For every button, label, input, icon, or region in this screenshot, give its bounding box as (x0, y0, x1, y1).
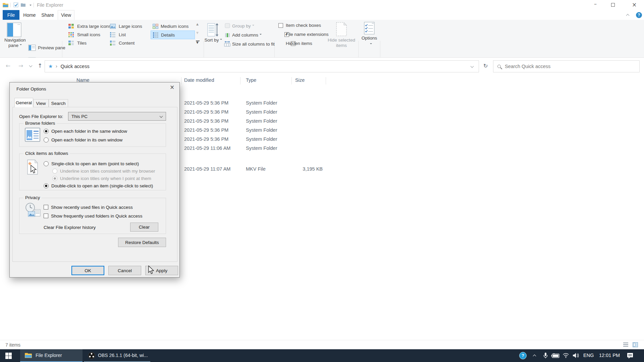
layout-list[interactable]: List (119, 32, 126, 37)
volume-icon[interactable] (573, 353, 579, 358)
column-divider[interactable] (291, 77, 292, 84)
qat-customize-chevron-icon[interactable] (30, 5, 32, 7)
start-button[interactable] (0, 349, 17, 362)
breadcrumb-location[interactable]: Quick access (60, 64, 89, 69)
radio-single-click-label[interactable]: Single-click to open an item (point to s… (51, 161, 139, 166)
dialog-tab-general[interactable]: General (14, 98, 33, 107)
minimize-button[interactable]: – (588, 1, 603, 9)
sort-by-label: Sort by (203, 38, 223, 43)
ribbon-tab-row: File Home Share View ? (0, 10, 644, 20)
language-indicator[interactable]: ENG (583, 353, 594, 358)
column-divider[interactable] (326, 77, 326, 84)
checkbox-recent-files-label[interactable]: Show recently used files in Quick access (51, 205, 133, 210)
open-to-combobox[interactable]: This PC (68, 112, 166, 121)
cancel-button[interactable]: Cancel (108, 266, 141, 275)
layout-large-icons[interactable]: Large icons (119, 24, 142, 29)
divider (34, 3, 34, 7)
radio-double-click[interactable] (44, 183, 49, 188)
checkbox-frequent-folders[interactable] (44, 214, 48, 218)
column-divider[interactable] (240, 77, 240, 84)
tray-help-icon[interactable]: ? (519, 352, 527, 359)
restore-defaults-button[interactable]: Restore Defaults (118, 238, 166, 247)
clock[interactable]: 12:01 PM (599, 353, 620, 358)
navigation-pane-icon (7, 22, 21, 37)
recent-locations-icon[interactable] (29, 64, 33, 67)
radio-own-window[interactable] (44, 137, 49, 142)
hidden-items-label[interactable]: Hidden items (286, 41, 312, 46)
layout-details-selected[interactable]: Details (151, 31, 195, 39)
checkbox-recent-files[interactable] (44, 205, 48, 209)
dialog-tab-view[interactable]: View (33, 99, 49, 107)
maximize-button[interactable] (611, 3, 615, 7)
preview-pane-button[interactable]: Preview pane (38, 45, 65, 50)
navigation-pane-button[interactable]: Navigation pane (2, 21, 28, 49)
checkbox-frequent-folders-label[interactable]: Show frequently used folders in Quick ac… (51, 214, 142, 219)
refresh-icon[interactable]: ↻ (483, 63, 488, 69)
window-title: File Explorer (37, 2, 63, 8)
layout-content[interactable]: Content (119, 41, 135, 46)
taskbar-button-obs[interactable]: OBS 26.1.1 (64-bit, wi... (84, 349, 150, 362)
cell-type: System Folder (246, 127, 277, 133)
collapse-ribbon-icon[interactable] (626, 14, 630, 17)
forward-icon[interactable]: → (18, 62, 23, 69)
thumbnail-view-toggle-icon[interactable] (633, 342, 638, 347)
add-columns-button[interactable]: Add columns (232, 33, 262, 38)
radio-own-window-label[interactable]: Open each folder in its own window (51, 137, 122, 142)
taskbar-button-file-explorer[interactable]: File Explorer (20, 349, 83, 362)
action-center-icon[interactable] (627, 352, 634, 359)
file-name-extensions-label[interactable]: File name extensions (286, 32, 329, 37)
layout-small-icons[interactable]: Small icons (77, 32, 100, 37)
layout-scroll-down-icon[interactable]: ▼ (196, 31, 199, 35)
radio-same-window[interactable] (44, 129, 49, 134)
ok-button[interactable]: OK (71, 266, 104, 275)
tab-home[interactable]: Home (21, 10, 38, 20)
item-check-boxes-checkbox[interactable] (278, 23, 283, 28)
search-icon (497, 65, 501, 68)
cell-type: System Folder (246, 136, 277, 142)
radio-double-click-label[interactable]: Double-click to open an item (single-cli… (51, 183, 153, 188)
layout-medium-icons[interactable]: Medium icons (161, 24, 189, 29)
radio-single-click[interactable] (44, 161, 49, 166)
content-icon (110, 41, 116, 46)
size-all-columns-button[interactable]: Size all columns to fit (232, 42, 275, 47)
dialog-close-button[interactable]: × (165, 84, 179, 94)
titlebar: File Explorer – × (0, 0, 644, 10)
sort-by-button[interactable]: Sort by (205, 21, 221, 49)
help-icon[interactable]: ? (636, 12, 642, 18)
layout-scroll-up-icon[interactable]: ▲ (196, 22, 199, 26)
column-header-type[interactable]: Type (246, 77, 256, 83)
item-check-boxes-label[interactable]: Item check boxes (286, 23, 321, 28)
tab-file[interactable]: File (3, 10, 19, 20)
new-folder-icon[interactable] (21, 3, 26, 7)
search-input[interactable] (505, 64, 626, 69)
options-button[interactable]: Options (360, 21, 379, 49)
dialog-tab-search[interactable]: Search (49, 99, 68, 107)
sort-by-icon (207, 22, 219, 37)
preview-pane-icon (28, 45, 36, 51)
clear-button[interactable]: Clear (130, 223, 158, 232)
radio-same-window-label[interactable]: Open each folder in the same window (51, 129, 127, 134)
browse-folders-icon (25, 128, 40, 142)
address-dropdown-icon[interactable] (471, 65, 474, 68)
up-icon[interactable]: ↑ (38, 62, 42, 69)
microphone-icon[interactable] (543, 352, 548, 359)
open-to-label: Open File Explorer to: (19, 114, 63, 119)
tab-share[interactable]: Share (40, 10, 56, 20)
layout-more-arrow-icon[interactable]: ▼ (196, 41, 199, 44)
tray-overflow-icon[interactable] (533, 355, 536, 358)
column-divider[interactable] (181, 77, 181, 84)
column-header-size[interactable]: Size (295, 77, 305, 83)
details-view-toggle-icon[interactable] (623, 343, 628, 347)
layout-extra-large-icons[interactable]: Extra large icons (77, 24, 111, 29)
properties-icon[interactable] (13, 2, 19, 8)
address-breadcrumb[interactable]: ★ › Quick access (45, 60, 479, 72)
back-icon[interactable]: ← (6, 62, 10, 69)
wifi-icon[interactable] (562, 353, 569, 358)
battery-icon[interactable] (551, 353, 560, 358)
column-header-date-modified[interactable]: Date modified (184, 77, 214, 83)
tab-view[interactable]: View (58, 10, 74, 20)
breadcrumb-chevron-icon[interactable]: › (55, 63, 57, 69)
close-button[interactable]: × (627, 1, 642, 10)
layout-tiles[interactable]: Tiles (77, 41, 87, 46)
search-box[interactable] (493, 60, 640, 72)
